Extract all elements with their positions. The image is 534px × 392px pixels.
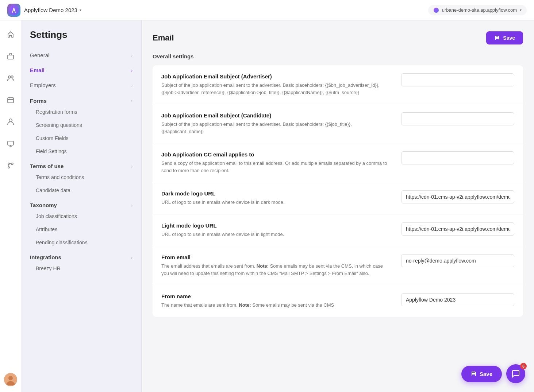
save-button-top[interactable]: Save	[486, 31, 523, 44]
sidebar-sub-registration-forms[interactable]: Registration forms	[21, 105, 141, 119]
chat-badge: 6	[520, 363, 527, 369]
sidebar-sub-candidate-data[interactable]: Candidate data	[21, 184, 141, 197]
setting-desc-candidate: Subject of the job application email sen…	[161, 121, 390, 135]
setting-desc-advertiser: Subject of the job application email sen…	[161, 82, 390, 96]
setting-input-light-logo[interactable]	[401, 222, 514, 236]
sidebar-item-employers-label: Employers	[30, 82, 56, 88]
branch-icon[interactable]	[4, 159, 17, 172]
email-chevron: ›	[131, 68, 132, 73]
integrations-chevron: ›	[131, 255, 132, 260]
employers-chevron: ›	[131, 83, 132, 88]
setting-input-from-name[interactable]	[401, 293, 514, 306]
sidebar-sub-terms-conditions[interactable]: Terms and conditions	[21, 171, 141, 184]
site-url: urbane-demo-site.ap.applyflow.com	[442, 7, 517, 13]
svg-rect-2	[8, 55, 14, 59]
setting-name-advertiser: Job Application Email Subject (Advertise…	[161, 73, 390, 79]
candidate-input[interactable]	[401, 112, 514, 125]
advertiser-input[interactable]	[401, 73, 514, 86]
setting-info-light-logo: Light mode logo URL URL of logo to use i…	[161, 222, 401, 238]
sidebar-item-email-label: Email	[30, 67, 45, 73]
setting-info-from-email: From email The email address that emails…	[161, 254, 401, 277]
setting-row-from-email: From email The email address that emails…	[153, 246, 523, 285]
setting-name-light-logo: Light mode logo URL	[161, 222, 390, 229]
setting-info-advertiser: Job Application Email Subject (Advertise…	[161, 73, 401, 96]
sidebar-section-forms[interactable]: Forms ›	[21, 93, 141, 105]
setting-row-from-name: From name The name that emails are sent …	[153, 285, 523, 317]
setting-row-light-logo: Light mode logo URL URL of logo to use i…	[153, 214, 523, 247]
sidebar-item-employers[interactable]: Employers ›	[21, 78, 141, 93]
app-title[interactable]: Applyflow Demo 2023 ▾	[24, 7, 81, 13]
content-header: Email Save	[153, 31, 523, 44]
overall-settings-label: Overall settings	[153, 53, 523, 59]
setting-desc-cc: Send a copy of the application email to …	[161, 160, 390, 174]
floating-buttons: Save 6	[461, 364, 525, 383]
setting-input-candidate[interactable]	[401, 112, 514, 125]
from-name-input[interactable]	[401, 293, 514, 306]
app-title-chevron: ▾	[80, 8, 81, 12]
sidebar-sub-job-classifications[interactable]: Job classifications	[21, 210, 141, 223]
light-logo-input[interactable]	[401, 222, 514, 236]
sidebar-item-email[interactable]: Email ›	[21, 63, 141, 78]
monitor-icon[interactable]	[4, 137, 17, 150]
terms-label: Terms of use	[30, 163, 64, 169]
integrations-label: Integrations	[30, 254, 61, 260]
setting-name-from-name: From name	[161, 293, 390, 299]
from-email-input[interactable]	[401, 254, 514, 267]
sidebar-section-integrations[interactable]: Integrations ›	[21, 249, 141, 262]
save-button-float[interactable]: Save	[461, 366, 502, 382]
home-icon[interactable]	[4, 28, 17, 41]
setting-row-candidate: Job Application Email Subject (Candidate…	[153, 104, 523, 143]
setting-desc-from-name: The name that emails are sent from. Note…	[161, 302, 390, 309]
topbar: Applyflow Demo 2023 ▾ urbane-demo-site.a…	[0, 0, 534, 20]
setting-info-dark-logo: Dark mode logo URL URL of logo to use in…	[161, 190, 401, 206]
sidebar-sub-breezy-hr[interactable]: Breezy HR	[21, 262, 141, 275]
setting-input-dark-logo[interactable]	[401, 190, 514, 203]
person-icon[interactable]	[4, 115, 17, 128]
save-icon-top	[494, 35, 500, 41]
sidebar: Settings General › Email › Employers › F…	[21, 20, 142, 392]
setting-info-from-name: From name The name that emails are sent …	[161, 293, 401, 309]
sidebar-section-terms[interactable]: Terms of use ›	[21, 158, 141, 171]
sidebar-sub-pending-classifications[interactable]: Pending classifications	[21, 236, 141, 249]
save-icon-float	[471, 371, 477, 377]
sidebar-section-taxonomy[interactable]: Taxonomy ›	[21, 197, 141, 210]
taxonomy-chevron: ›	[131, 203, 132, 207]
content-title: Email	[153, 33, 174, 43]
svg-point-4	[11, 76, 13, 78]
setting-name-dark-logo: Dark mode logo URL	[161, 190, 390, 197]
taxonomy-label: Taxonomy	[30, 202, 57, 208]
topbar-left: Applyflow Demo 2023 ▾	[7, 4, 81, 17]
svg-point-9	[8, 167, 9, 168]
sidebar-sub-attributes[interactable]: Attributes	[21, 223, 141, 236]
setting-desc-from-email: The email address that emails are sent f…	[161, 263, 390, 277]
users-icon[interactable]	[4, 71, 17, 85]
calendar-icon[interactable]	[4, 93, 17, 106]
sidebar-sub-field-settings[interactable]: Field Settings	[21, 145, 141, 158]
sidebar-sub-custom-fields[interactable]: Custom Fields	[21, 132, 141, 145]
icon-nav	[0, 20, 21, 392]
setting-input-from-email[interactable]	[401, 254, 514, 267]
sidebar-item-general[interactable]: General ›	[21, 48, 141, 63]
svg-point-3	[8, 76, 11, 78]
sidebar-item-general-label: General	[30, 52, 49, 58]
chat-button[interactable]: 6	[506, 364, 525, 383]
user-avatar[interactable]	[4, 373, 17, 386]
settings-card: Job Application Email Subject (Advertise…	[153, 65, 523, 317]
setting-row-advertiser: Job Application Email Subject (Advertise…	[153, 65, 523, 104]
app-logo	[7, 4, 20, 17]
setting-name-from-email: From email	[161, 254, 390, 260]
cc-input[interactable]	[401, 151, 514, 164]
site-selector[interactable]: urbane-demo-site.ap.applyflow.com ▾	[428, 5, 527, 15]
page-title: Settings	[21, 29, 141, 48]
site-chevron: ▾	[520, 8, 522, 12]
svg-point-12	[8, 376, 13, 380]
forms-label: Forms	[30, 98, 47, 104]
dark-logo-input[interactable]	[401, 190, 514, 203]
setting-input-cc[interactable]	[401, 151, 514, 164]
terms-chevron: ›	[131, 164, 132, 168]
briefcase-icon[interactable]	[4, 50, 17, 63]
setting-info-candidate: Job Application Email Subject (Candidate…	[161, 112, 401, 135]
chat-icon	[511, 369, 520, 378]
sidebar-sub-screening-questions[interactable]: Screening questions	[21, 119, 141, 132]
setting-input-advertiser[interactable]	[401, 73, 514, 86]
